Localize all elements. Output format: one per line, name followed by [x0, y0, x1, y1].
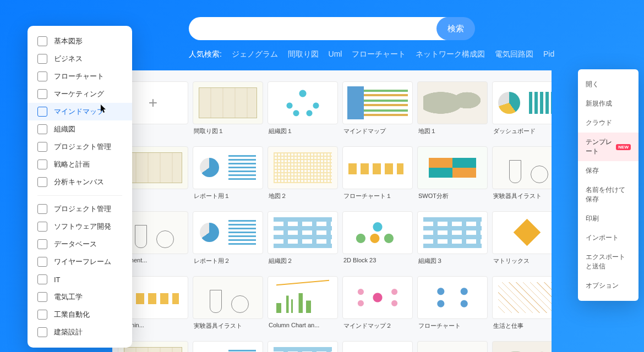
- category-label: データベース: [54, 239, 97, 249]
- search-button[interactable]: 検索: [436, 17, 475, 40]
- template-label: 2D Block 23: [342, 254, 413, 269]
- file-menu-item[interactable]: オプション: [578, 276, 638, 295]
- category-icon: [37, 142, 47, 152]
- template-label: レポート用１: [193, 189, 263, 206]
- file-menu-item[interactable]: 名前を付けて保存: [578, 180, 638, 209]
- template-label: ダッシュボード: [492, 124, 552, 141]
- popular-searches: 人気検索: ジェノグラム 間取り図 Uml フローチャート ネットワーク構成図 …: [189, 50, 562, 59]
- template-card[interactable]: マトリックス: [492, 211, 552, 271]
- menu-label: 新規作成: [586, 99, 612, 108]
- category-item[interactable]: 基本図形: [28, 32, 132, 50]
- category-item[interactable]: 組織図: [28, 120, 132, 138]
- popular-link[interactable]: Pid: [543, 50, 554, 58]
- menu-label: テンプレート: [586, 138, 614, 156]
- popular-link[interactable]: Uml: [329, 50, 342, 58]
- category-item[interactable]: ワイヤーフレーム: [28, 253, 132, 271]
- template-thumbnail: [417, 276, 488, 319]
- category-icon: [37, 204, 47, 214]
- template-card[interactable]: [268, 341, 338, 352]
- template-card[interactable]: ダッシュボード: [492, 81, 552, 141]
- category-item[interactable]: マインドマップ: [28, 103, 132, 120]
- category-item[interactable]: 建築設計: [28, 323, 132, 341]
- cursor-icon: [101, 105, 107, 113]
- template-thumbnail: [193, 276, 263, 319]
- template-label: Column Chart an...: [268, 319, 338, 334]
- template-card[interactable]: [342, 341, 413, 352]
- menu-label: 保存: [586, 166, 599, 175]
- template-thumbnail: [342, 341, 413, 352]
- template-label: 実験器具イラスト: [193, 319, 263, 336]
- template-card[interactable]: フローチャート１: [342, 146, 413, 206]
- template-card[interactable]: 間取り図１: [193, 81, 263, 141]
- category-icon: [37, 54, 47, 64]
- template-card[interactable]: Column Chart an...: [268, 276, 338, 336]
- template-thumbnail: [417, 341, 488, 352]
- template-card[interactable]: 実験器具イラスト: [193, 276, 263, 336]
- new-badge: NEW: [616, 144, 631, 150]
- popular-link[interactable]: 電気回路図: [495, 50, 533, 58]
- template-thumbnail: [193, 341, 263, 352]
- template-thumbnail: [193, 211, 263, 254]
- category-icon: [37, 327, 47, 337]
- category-label: プロジェクト管理: [54, 142, 111, 152]
- template-card[interactable]: 実験器具イラスト: [492, 146, 552, 206]
- popular-link[interactable]: 間取り図: [288, 50, 319, 58]
- template-card[interactable]: 組織図１: [268, 81, 338, 141]
- template-thumbnail: [268, 146, 338, 189]
- template-card[interactable]: 2D Block 23: [342, 211, 413, 271]
- popular-label: 人気検索:: [189, 50, 222, 58]
- template-label: 地図２: [268, 189, 338, 206]
- search-input[interactable]: [189, 17, 456, 40]
- template-card[interactable]: 地図１: [417, 81, 488, 141]
- popular-link[interactable]: ジェノグラム: [232, 50, 278, 58]
- category-label: マーケティング: [54, 89, 104, 99]
- category-item[interactable]: 工業自動化: [28, 306, 132, 323]
- category-item[interactable]: IT: [28, 271, 132, 288]
- file-menu-item[interactable]: インポート: [578, 228, 638, 248]
- category-item[interactable]: 戦略と計画: [28, 156, 132, 173]
- template-card[interactable]: マインドマップ: [342, 81, 413, 141]
- file-menu-panel: 開く新規作成クラウドテンプレートNEW保存名前を付けて保存印刷インポートエクスポ…: [578, 69, 638, 301]
- template-card[interactable]: 組織図３: [417, 211, 488, 271]
- file-menu-item[interactable]: テンプレートNEW: [578, 133, 638, 161]
- template-thumbnail: [193, 81, 263, 124]
- category-item[interactable]: マーケティング: [28, 85, 132, 103]
- template-label: マトリックス: [492, 254, 552, 271]
- popular-link[interactable]: フローチャート: [352, 50, 406, 58]
- template-card[interactable]: [193, 341, 263, 352]
- popular-link[interactable]: ネットワーク構成図: [416, 50, 485, 58]
- category-item[interactable]: ソフトウェア開発: [28, 218, 132, 235]
- category-item[interactable]: プロジェクト管理: [28, 138, 132, 156]
- category-label: 基本図形: [54, 36, 83, 46]
- category-icon: [37, 124, 47, 134]
- category-item[interactable]: フローチャート: [28, 68, 132, 85]
- file-menu-item[interactable]: エクスポートと送信: [578, 248, 638, 276]
- category-item[interactable]: 分析キャンバス: [28, 173, 132, 191]
- template-card[interactable]: フローチャート: [417, 276, 488, 336]
- template-thumbnail: [492, 81, 552, 124]
- category-icon: [37, 72, 47, 81]
- template-card[interactable]: 生活と仕事: [492, 276, 552, 336]
- template-card[interactable]: レポート用１: [193, 146, 263, 206]
- template-card[interactable]: [417, 341, 488, 352]
- template-card[interactable]: SWOT分析: [417, 146, 488, 206]
- template-thumbnail: [492, 211, 552, 254]
- template-card[interactable]: レポート用２: [193, 211, 263, 271]
- template-label: レポート用２: [193, 254, 263, 271]
- file-menu-item[interactable]: 保存: [578, 161, 638, 180]
- template-card[interactable]: 組織図２: [268, 211, 338, 271]
- template-card[interactable]: [492, 341, 552, 352]
- category-item[interactable]: ビジネス: [28, 50, 132, 68]
- file-menu-item[interactable]: 新規作成: [578, 94, 638, 113]
- category-item[interactable]: データベース: [28, 235, 132, 253]
- category-item[interactable]: 電気工学: [28, 288, 132, 306]
- file-menu-item[interactable]: 印刷: [578, 209, 638, 228]
- file-menu-item[interactable]: 開く: [578, 75, 638, 94]
- category-label: マインドマップ: [54, 107, 104, 117]
- template-thumbnail: [342, 211, 413, 254]
- file-menu-item[interactable]: クラウド: [578, 113, 638, 133]
- template-card[interactable]: マインドマップ２: [342, 276, 413, 336]
- template-card[interactable]: 地図２: [268, 146, 338, 206]
- category-item[interactable]: プロジェクト管理: [28, 200, 132, 218]
- category-icon: [37, 89, 47, 99]
